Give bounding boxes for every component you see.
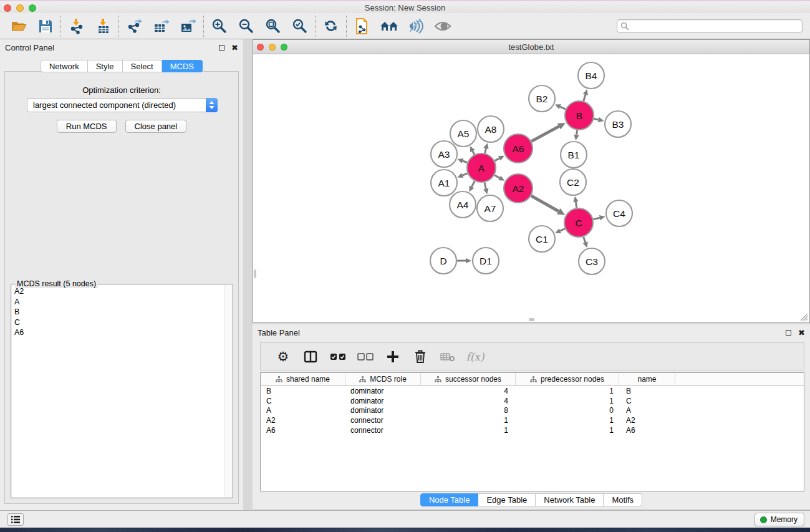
graph-edge[interactable] (485, 182, 486, 188)
network-graph[interactable]: B4B2BB3A5A8A6A3B1AA1C2A2A4A7C4CC1C3DD1 (254, 54, 809, 322)
show-columns-button[interactable] (297, 346, 324, 368)
graph-edge[interactable] (494, 158, 499, 161)
toolbar-separator (315, 16, 316, 37)
control-panel-title: Control Panel (5, 43, 54, 52)
export-network-button[interactable] (121, 15, 148, 37)
graph-node-label: A8 (485, 124, 497, 135)
graph-edge[interactable] (472, 181, 475, 186)
delete-table-button[interactable] (434, 346, 461, 368)
tab-mcds[interactable]: MCDS (162, 60, 203, 72)
graph-edge[interactable] (576, 202, 576, 208)
result-item[interactable]: C (12, 317, 232, 328)
graph-edge[interactable] (593, 218, 599, 219)
table-cell: A6 (261, 426, 345, 435)
open-session-button[interactable] (5, 15, 32, 37)
run-mcds-button[interactable]: Run MCDS (57, 120, 117, 133)
tab-motifs[interactable]: Motifs (604, 493, 642, 506)
houses-icon (379, 19, 399, 34)
close-panel-icon[interactable]: ✖ (798, 329, 805, 337)
table-row[interactable]: A2connector11A2 (261, 415, 804, 425)
function-builder-button[interactable]: f(x) (461, 346, 489, 368)
task-history-button[interactable] (7, 513, 24, 526)
graph-edge[interactable] (584, 95, 586, 101)
graph-edge[interactable] (463, 173, 468, 175)
unselect-all-columns-button[interactable] (352, 346, 379, 368)
graph-node-label: A4 (457, 200, 469, 210)
column-header-successor-nodes[interactable]: successor nodes (421, 373, 516, 385)
attribute-tree-icon (530, 376, 537, 383)
close-panel-button[interactable]: Close panel (125, 120, 187, 133)
search-field[interactable] (617, 19, 803, 33)
zoom-fit-button[interactable] (259, 15, 286, 37)
document-network-icon (354, 17, 370, 35)
graph-edge[interactable] (584, 237, 586, 243)
tab-edge-table[interactable]: Edge Table (478, 493, 536, 506)
graph-edge[interactable] (531, 196, 559, 211)
houses-button[interactable] (375, 15, 402, 37)
import-table-button[interactable] (90, 15, 117, 37)
graph-edge[interactable] (594, 118, 598, 120)
graph-node-label: C2 (567, 177, 579, 188)
criterion-dropdown[interactable]: largest connected component (directed) (27, 98, 218, 112)
zoom-selected-button[interactable] (286, 15, 313, 37)
float-panel-icon[interactable] (219, 45, 224, 51)
result-item[interactable]: A (12, 297, 232, 307)
tab-network-table[interactable]: Network Table (536, 493, 604, 506)
table-panel-header: Table Panel ✖ (253, 324, 810, 341)
column-header-shared-name[interactable]: shared name (261, 373, 345, 385)
result-item[interactable]: B (12, 307, 232, 317)
graph-edge[interactable] (494, 175, 499, 178)
table-row[interactable]: A6connector11A6 (261, 425, 804, 435)
graph-edge[interactable] (473, 151, 475, 154)
result-scrollbar[interactable] (224, 285, 232, 497)
graph-node-label: B4 (586, 70, 597, 81)
create-column-button[interactable] (379, 346, 407, 368)
export-image-button[interactable] (175, 15, 201, 37)
delete-column-button[interactable] (407, 346, 434, 368)
checked-boxes-icon (330, 353, 346, 360)
zoom-out-button[interactable] (233, 15, 259, 37)
tab-network[interactable]: Network (41, 60, 88, 72)
refresh-button[interactable] (317, 15, 344, 37)
network-window-titlebar[interactable]: testGlobe.txt (253, 40, 809, 54)
column-header-predecessor-nodes[interactable]: predecessor nodes (516, 373, 619, 385)
zoom-in-button[interactable] (206, 15, 233, 37)
graph-edge[interactable] (463, 161, 467, 163)
export-table-button[interactable] (148, 15, 175, 37)
tab-node-table[interactable]: Node Table (420, 493, 479, 506)
table-row[interactable]: Adominator80A (261, 405, 804, 415)
column-header-mcds-role[interactable]: MCDS role (345, 373, 421, 385)
eye-button[interactable] (429, 15, 456, 37)
graph-edge-arrowhead (598, 117, 604, 122)
column-header-name[interactable]: name (619, 373, 675, 385)
table-cell: 1 (516, 426, 619, 435)
graph-edge[interactable] (531, 127, 559, 142)
graph-edge[interactable] (485, 148, 486, 153)
tab-style[interactable]: Style (88, 60, 123, 72)
search-input[interactable] (629, 21, 802, 32)
result-item[interactable]: A6 (12, 327, 232, 338)
graph-edge[interactable] (560, 107, 566, 109)
table-cell: dominator (345, 397, 421, 405)
canvas-horizontal-scrollbar[interactable] (529, 318, 534, 321)
toggle-graphics-details-button[interactable] (402, 15, 429, 37)
table-settings-button[interactable]: ⚙ (269, 346, 297, 368)
tab-select[interactable]: Select (123, 60, 162, 72)
canvas-vertical-scrollbar[interactable] (254, 269, 256, 278)
float-panel-icon[interactable] (786, 330, 791, 336)
table-row[interactable]: Bdominator41B (261, 386, 804, 396)
table-cell: B (261, 387, 345, 395)
table-row[interactable]: Cdominator41C (261, 396, 804, 406)
resize-grip-icon[interactable] (800, 313, 808, 321)
close-panel-icon[interactable]: ✖ (231, 44, 238, 52)
graph-edge[interactable] (560, 229, 565, 231)
graph-edge[interactable] (577, 130, 577, 135)
table-tabs: Node Table Edge Table Network Table Moti… (253, 493, 810, 506)
select-all-columns-button[interactable] (324, 346, 352, 368)
memory-button[interactable]: Memory (755, 513, 804, 526)
import-network-button[interactable] (63, 15, 90, 37)
network-canvas[interactable]: B4B2BB3A5A8A6A3B1AA1C2A2A4A7C4CC1C3DD1 (254, 54, 809, 322)
graph-node-label: B1 (568, 150, 580, 160)
network-from-selection-button[interactable] (349, 15, 375, 37)
save-session-button[interactable] (32, 15, 59, 37)
